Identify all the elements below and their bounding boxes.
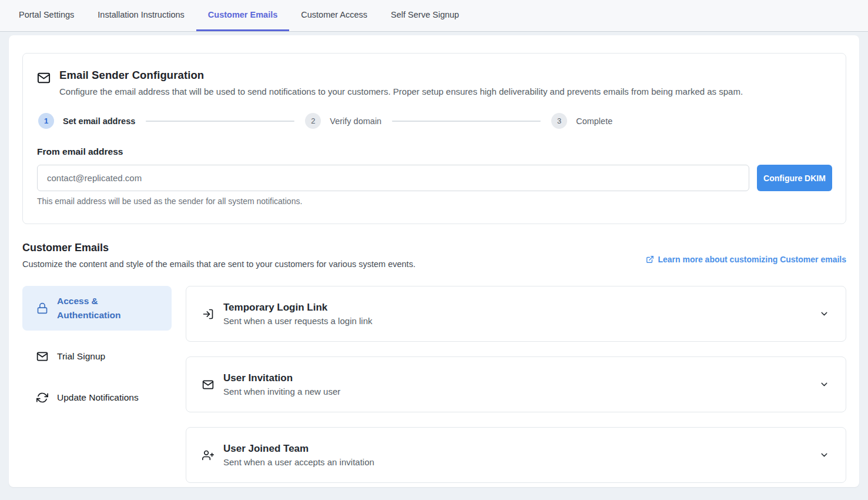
from-email-input[interactable] [37,165,749,191]
chevron-down-icon[interactable] [819,450,829,460]
tab-installation-instructions[interactable]: Installation Instructions [86,0,196,31]
template-title: User Joined Team [223,443,374,455]
external-link-icon [646,255,654,264]
template-title: User Invitation [223,372,340,384]
tab-self-serve-signup[interactable]: Self Serve Signup [379,0,471,31]
refresh-icon [36,392,48,404]
sidebar-item-access-authentication[interactable]: Access & Authentication [22,286,172,331]
sidebar-item-label: Trial Signup [57,349,105,364]
template-description: Sent when a user requests a login link [223,316,372,326]
from-email-help-text: This email address will be used as the s… [37,196,832,206]
tab-customer-access[interactable]: Customer Access [289,0,379,31]
learn-more-link[interactable]: Learn more about customizing Customer em… [646,250,846,269]
mail-icon [37,69,59,85]
step-label: Verify domain [330,116,381,126]
tab-customer-emails[interactable]: Customer Emails [196,0,289,31]
customer-emails-panel: Email Sender Configuration Configure the… [9,35,859,487]
tab-portal-settings[interactable]: Portal Settings [7,0,86,31]
sender-config-description: Configure the email address that will be… [59,86,743,96]
customer-emails-title: Customer Emails [22,242,415,254]
lock-icon [36,302,48,314]
sidebar-item-trial-signup[interactable]: Trial Signup [22,341,172,372]
step-label: Complete [576,116,612,126]
step-label: Set email address [63,116,135,126]
configure-dkim-button[interactable]: Configure DKIM [757,165,832,191]
template-title: Temporary Login Link [223,302,372,314]
step-connector-line [392,121,541,122]
sidebar-item-label: Update Notifications [57,391,139,405]
step-number-badge: 2 [305,113,321,129]
step-set-email-address: 1 Set email address [38,113,135,129]
step-number-badge: 1 [38,113,54,129]
learn-more-label: Learn more about customizing Customer em… [658,255,846,264]
step-complete: 3 Complete [551,113,612,129]
mail-icon [36,351,48,362]
chevron-down-icon[interactable] [819,309,829,319]
step-verify-domain: 2 Verify domain [305,113,381,129]
sidebar-item-update-notifications[interactable]: Update Notifications [22,382,172,413]
template-card-temporary-login-link[interactable]: Temporary Login Link Sent when a user re… [186,286,846,342]
step-connector-line [146,121,294,122]
email-sender-configuration-card: Email Sender Configuration Configure the… [22,53,846,224]
user-plus-icon [202,449,214,461]
email-category-sidebar: Access & Authentication Trial Signup Upd… [22,286,172,487]
mail-icon [202,379,214,391]
customer-emails-description: Customize the content and style of the e… [22,259,415,269]
sidebar-item-label: Access & Authentication [57,294,162,322]
from-email-label: From email address [37,146,832,157]
sender-config-title: Email Sender Configuration [59,69,743,82]
email-template-list: Temporary Login Link Sent when a user re… [186,286,846,487]
log-in-icon [202,308,214,320]
sender-config-stepper: 1 Set email address 2 Verify domain 3 Co… [37,113,832,129]
chevron-down-icon[interactable] [819,379,829,389]
step-number-badge: 3 [551,113,567,129]
template-description: Sent when a user accepts an invitation [223,457,374,467]
template-card-user-invitation[interactable]: User Invitation Sent when inviting a new… [186,356,846,412]
template-card-user-joined-team[interactable]: User Joined Team Sent when a user accept… [186,427,846,483]
template-description: Sent when inviting a new user [223,386,340,396]
settings-tab-bar: Portal Settings Installation Instruction… [0,0,868,32]
